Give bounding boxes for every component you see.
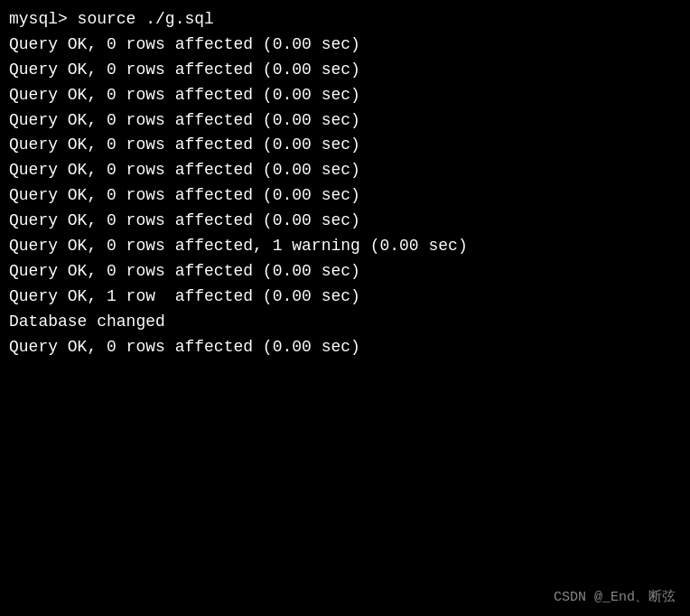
- terminal-line: Query OK, 0 rows affected (0.00 sec): [9, 183, 681, 209]
- terminal-line: Query OK, 0 rows affected (0.00 sec): [9, 33, 681, 58]
- terminal-line: Query OK, 1 row affected (0.00 sec): [9, 285, 681, 310]
- terminal-line: Query OK, 0 rows affected (0.00 sec): [9, 158, 681, 183]
- terminal-line: Query OK, 0 rows affected (0.00 sec): [9, 209, 681, 234]
- terminal-line: Query OK, 0 rows affected (0.00 sec): [9, 335, 681, 360]
- terminal-line: Query OK, 0 rows affected (0.00 sec): [9, 58, 681, 83]
- terminal-line: Query OK, 0 rows affected (0.00 sec): [9, 259, 681, 285]
- terminal-container: mysql> source ./g.sqlQuery OK, 0 rows af…: [9, 7, 681, 359]
- terminal-line: Database changed: [9, 310, 681, 335]
- terminal-line: Query OK, 0 rows affected (0.00 sec): [9, 133, 681, 158]
- terminal-line: Query OK, 0 rows affected, 1 warning (0.…: [9, 234, 681, 259]
- watermark: CSDN @_End、断弦: [554, 588, 676, 605]
- terminal-line: Query OK, 0 rows affected (0.00 sec): [9, 83, 681, 108]
- terminal-line: mysql> source ./g.sql: [9, 7, 681, 33]
- terminal-line: Query OK, 0 rows affected (0.00 sec): [9, 108, 681, 134]
